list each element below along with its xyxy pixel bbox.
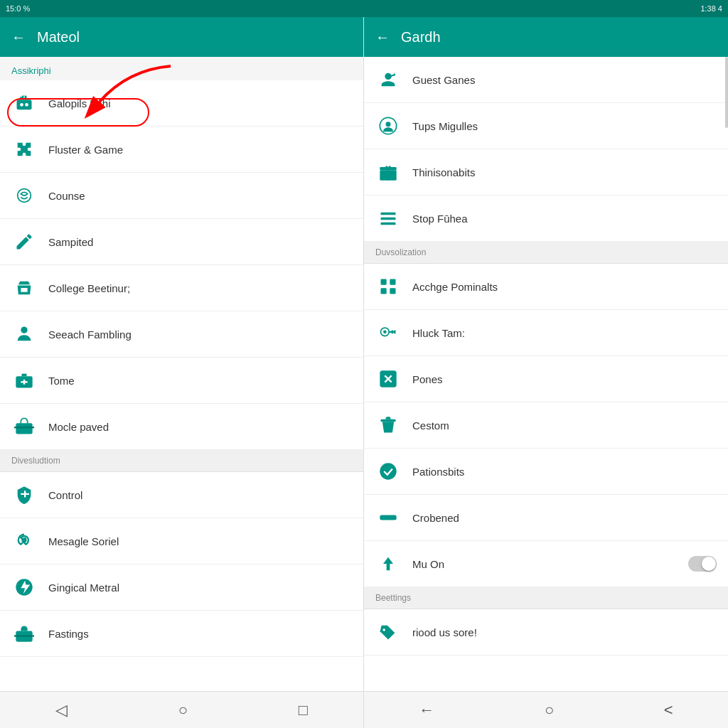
- bucket-icon: [375, 412, 401, 438]
- right-item-pones[interactable]: Pones: [364, 356, 728, 402]
- right-item-riood[interactable]: riood us sore!: [364, 609, 728, 655]
- x-square-icon: [375, 366, 401, 392]
- right-list-content: Guest Ganes Tups Migulles Thinisonabits …: [364, 57, 728, 691]
- robot-icon: [11, 90, 37, 116]
- item-label-college: College Beetinur;: [48, 282, 130, 294]
- right-nav-forward[interactable]: <: [650, 695, 687, 725]
- item-label-pones: Pones: [412, 373, 443, 385]
- svg-rect-33: [381, 419, 396, 422]
- list-item-fluster[interactable]: Fluster & Game: [0, 127, 363, 173]
- scrollbar: [725, 57, 728, 128]
- left-section-header: Assikriphi: [0, 57, 363, 80]
- left-title: Mateol: [37, 29, 80, 46]
- svg-rect-22: [387, 167, 389, 181]
- bars-icon: [375, 205, 401, 231]
- right-nav-home[interactable]: ○: [530, 695, 568, 725]
- toggle-thumb: [702, 557, 716, 571]
- svg-point-8: [21, 327, 27, 333]
- list-item-control[interactable]: Control: [0, 472, 363, 518]
- item-label-guest: Guest Ganes: [412, 74, 475, 86]
- suitcase-icon: [11, 621, 37, 646]
- svg-rect-11: [21, 381, 27, 382]
- item-label-mocle: Mocle paved: [48, 421, 109, 433]
- briefcase-icon: [11, 414, 37, 439]
- item-label-control: Control: [48, 489, 82, 501]
- left-panel: ← Mateol Assikriphi Galopils Fahi Fluste…: [0, 0, 364, 728]
- item-label-cestom: Cestom: [412, 419, 449, 432]
- item-label-tome: Tome: [48, 375, 75, 387]
- right-panel: ← Gardh Guest Ganes Tups Migulles Thinis…: [364, 0, 728, 728]
- left-nav-square[interactable]: □: [284, 695, 322, 725]
- right-divider-section: Duvsolization: [364, 242, 728, 264]
- gift-icon: [375, 159, 401, 185]
- left-back-button[interactable]: ←: [11, 29, 26, 46]
- right-item-thinis[interactable]: Thinisonabits: [364, 149, 728, 196]
- list-item-fastings[interactable]: Fastings: [0, 611, 363, 657]
- list-item-seeach[interactable]: Seeach Fambling: [0, 311, 363, 358]
- list-item-college[interactable]: College Beetinur;: [0, 265, 363, 311]
- right-app-bar: ← Gardh: [364, 17, 728, 57]
- key-icon: [375, 320, 401, 346]
- item-label-gingical: Gingical Metral: [48, 582, 119, 594]
- mu-on-toggle[interactable]: [688, 556, 717, 572]
- shield-icon: [11, 482, 37, 508]
- person-icon: [11, 321, 37, 347]
- right-item-guest[interactable]: Guest Ganes: [364, 57, 728, 103]
- svg-rect-25: [381, 223, 396, 225]
- minus-rect-icon: [375, 505, 401, 530]
- list-item-counse[interactable]: Counse: [0, 173, 363, 219]
- item-label-thinis: Thinisonabits: [412, 166, 475, 178]
- right-item-pationsbits[interactable]: Pationsbits: [364, 449, 728, 495]
- svg-point-3: [20, 103, 23, 107]
- refresh-person-icon: [375, 67, 401, 92]
- item-label-galopils: Galopils Fahi: [48, 97, 111, 109]
- right-back-button[interactable]: ←: [375, 29, 390, 46]
- status-time-left: 15:0 %: [6, 4, 30, 13]
- list-item-galopils[interactable]: Galopils Fahi: [0, 80, 363, 127]
- brain-icon: [11, 183, 37, 208]
- pretzel-icon: [11, 528, 37, 554]
- right-item-stop[interactable]: Stop Fūhea: [364, 196, 728, 242]
- list-item-mesagle[interactable]: Mesagle Soriel: [0, 518, 363, 564]
- item-label-mesagle: Mesagle Soriel: [48, 535, 119, 547]
- svg-rect-5: [20, 97, 21, 100]
- item-label-fluster: Fluster & Game: [48, 144, 123, 156]
- right-item-tups[interactable]: Tups Migulles: [364, 103, 728, 149]
- item-label-fastings: Fastings: [48, 628, 89, 640]
- left-nav-home[interactable]: ○: [164, 695, 202, 725]
- item-label-hluck: Hluck Tam:: [412, 327, 465, 339]
- checkmark-circle-icon: [375, 459, 401, 484]
- left-nav-back[interactable]: ◁: [41, 695, 82, 725]
- right-nav-bar: ← ○ <: [364, 691, 728, 728]
- right-item-mu-on[interactable]: Mu On: [364, 541, 728, 587]
- list-item-gingical[interactable]: Gingical Metral: [0, 564, 363, 611]
- list-item-sampited[interactable]: Sampited: [0, 219, 363, 265]
- right-item-cestom[interactable]: Cestom: [364, 402, 728, 449]
- right-title: Gardh: [401, 29, 441, 46]
- status-bar-left: 15:0 %: [0, 0, 364, 17]
- item-label-seeach: Seeach Fambling: [48, 328, 132, 341]
- lightning-icon: [11, 574, 37, 600]
- item-label-sampited: Sampited: [48, 236, 93, 248]
- svg-rect-26: [381, 279, 387, 285]
- right-nav-back[interactable]: ←: [405, 695, 449, 725]
- svg-rect-28: [381, 288, 387, 294]
- list-item-mocle[interactable]: Mocle paved: [0, 404, 363, 450]
- tag-icon: [375, 619, 401, 645]
- item-label-counse: Counse: [48, 190, 85, 202]
- right-item-crobened[interactable]: Crobened: [364, 495, 728, 541]
- right-item-acchge[interactable]: Acchge Pominalts: [364, 264, 728, 310]
- left-nav-bar: ◁ ○ □: [0, 691, 363, 728]
- svg-point-34: [380, 463, 396, 479]
- list-item-tome[interactable]: Tome: [0, 358, 363, 404]
- status-bar-right: 1:38 4: [364, 0, 728, 17]
- right-item-hluck[interactable]: Hluck Tam:: [364, 310, 728, 356]
- svg-rect-35: [380, 515, 396, 520]
- svg-rect-29: [390, 288, 395, 294]
- svg-point-19: [386, 122, 391, 127]
- left-divider-section: Divesludtiom: [0, 450, 363, 472]
- grid-icon: [375, 274, 401, 299]
- item-label-tups: Tups Migulles: [412, 120, 478, 132]
- svg-point-14: [23, 539, 26, 542]
- pencil-icon: [11, 229, 37, 255]
